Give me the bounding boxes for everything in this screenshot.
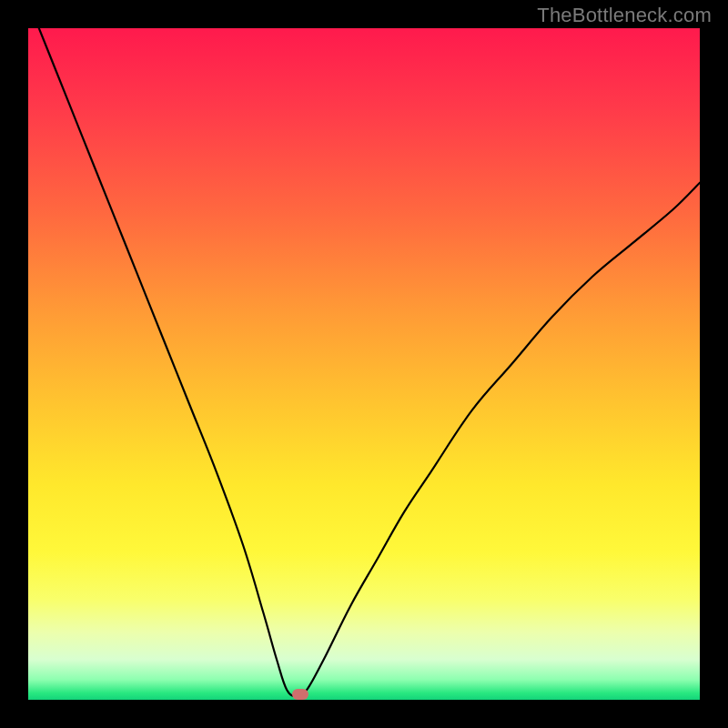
optimal-point-marker (292, 689, 308, 700)
chart-frame: TheBottleneck.com (0, 0, 728, 728)
plot-area (28, 28, 700, 700)
bottleneck-curve (28, 28, 700, 700)
watermark-text: TheBottleneck.com (537, 4, 712, 27)
